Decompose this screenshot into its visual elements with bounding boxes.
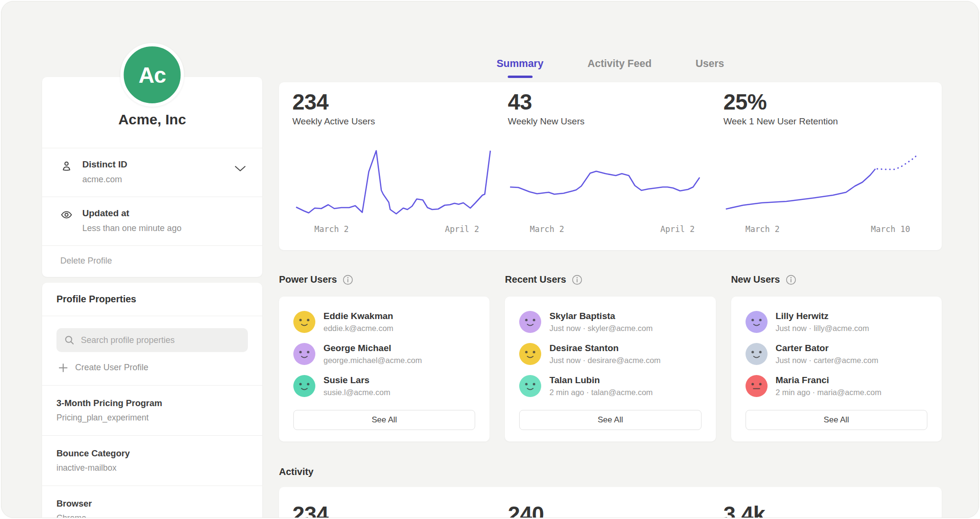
property-row[interactable]: Browser Chrome bbox=[42, 486, 262, 518]
weekly-active-users-chart bbox=[292, 144, 497, 218]
profile-summary-card: Acme, Inc Distinct ID acme.com bbox=[42, 77, 262, 277]
plus-icon bbox=[58, 363, 68, 373]
main-content: Summary Activity Feed Users 234 Weekly A… bbox=[279, 1, 942, 518]
user-detail: eddie.k@acme.com bbox=[323, 324, 393, 333]
list-item[interactable]: Maria Franci 2 min ago · maria@acme.com bbox=[746, 375, 927, 397]
activity-stat-value: 234 bbox=[292, 501, 497, 518]
list-item[interactable]: Desirae Stanton Just now · desirare@acme… bbox=[519, 343, 701, 365]
user-name: Susie Lars bbox=[323, 375, 390, 386]
user-sections: Power Users Eddie Kwakman bbox=[279, 274, 942, 442]
user-name: Carter Bator bbox=[776, 343, 879, 353]
user-name: Maria Franci bbox=[776, 375, 881, 386]
power-users-card: Eddie Kwakman eddie.k@acme.com George Mi… bbox=[279, 297, 490, 442]
property-value: Chrome bbox=[56, 513, 248, 518]
user-avatar bbox=[293, 343, 315, 365]
user-detail: Just now · desirare@acme.com bbox=[549, 356, 660, 365]
see-all-button[interactable]: See All bbox=[746, 410, 927, 430]
stat-label: Week 1 New User Retention bbox=[724, 116, 928, 127]
stat-weekly-new-users: 43 Weekly New Users March 2 April 2 bbox=[508, 92, 713, 236]
x-axis-label-start: March 2 bbox=[746, 224, 780, 236]
tab-activity-feed[interactable]: Activity Feed bbox=[588, 58, 652, 78]
x-axis-label-start: March 2 bbox=[314, 224, 349, 236]
info-icon[interactable] bbox=[343, 275, 353, 285]
section-title: New Users bbox=[731, 274, 780, 285]
user-detail: 2 min ago · maria@acme.com bbox=[776, 388, 881, 397]
stat-value: 43 bbox=[508, 92, 713, 112]
property-name: Bounce Category bbox=[56, 448, 248, 459]
user-avatar bbox=[746, 311, 768, 333]
new-users-card: Lilly Herwitz Just now · lilly@acme.com … bbox=[731, 297, 942, 442]
property-value: Pricing_plan_experiment bbox=[56, 413, 248, 423]
property-name: 3-Month Pricing Program bbox=[56, 398, 248, 409]
search-input[interactable] bbox=[80, 335, 240, 346]
section-power-users: Power Users Eddie Kwakman bbox=[279, 274, 490, 442]
x-axis-label-end: April 2 bbox=[445, 224, 479, 236]
see-all-button[interactable]: See All bbox=[293, 410, 475, 430]
activity-stat-value: 3.4k bbox=[724, 501, 928, 518]
app-window: Ac Acme, Inc Distinct ID acme.com bbox=[1, 1, 979, 518]
property-row[interactable]: 3-Month Pricing Program Pricing_plan_exp… bbox=[42, 385, 262, 435]
section-recent-users: Recent Users Skylar Baptista bbox=[505, 274, 715, 442]
avatar: Ac bbox=[121, 43, 184, 107]
create-user-profile-button[interactable]: Create User Profile bbox=[56, 352, 248, 375]
info-icon[interactable] bbox=[572, 275, 582, 285]
stat-week1-retention: 25% Week 1 New User Retention March 2 Ma… bbox=[724, 92, 928, 236]
updated-at-value: Less than one minute ago bbox=[82, 223, 181, 233]
stat-value: 234 bbox=[292, 92, 497, 112]
distinct-id-value: acme.com bbox=[82, 175, 127, 185]
company-avatar: Ac bbox=[121, 43, 184, 107]
stats-card: 234 Weekly Active Users March 2 April 2 … bbox=[279, 82, 942, 250]
activity-stat-value: 240 bbox=[508, 501, 713, 518]
list-item[interactable]: Skylar Baptista Just now · skyler@acme.c… bbox=[519, 311, 701, 333]
user-avatar bbox=[519, 343, 541, 365]
user-name: Lilly Herwitz bbox=[776, 311, 869, 321]
property-row[interactable]: Bounce Category inactive-mailbox bbox=[42, 435, 262, 486]
see-all-button[interactable]: See All bbox=[519, 410, 701, 430]
list-item[interactable]: Eddie Kwakman eddie.k@acme.com bbox=[293, 311, 475, 333]
profile-properties-card: Profile Properties bbox=[42, 283, 262, 518]
list-item[interactable]: Lilly Herwitz Just now · lilly@acme.com bbox=[746, 311, 927, 333]
activity-section-title: Activity bbox=[279, 466, 942, 477]
user-name: Eddie Kwakman bbox=[323, 311, 393, 321]
user-name: George Michael bbox=[323, 343, 422, 353]
user-avatar bbox=[293, 375, 315, 397]
user-avatar bbox=[746, 375, 768, 397]
tab-summary[interactable]: Summary bbox=[497, 58, 544, 78]
stat-value: 25% bbox=[724, 92, 928, 112]
list-item[interactable]: George Michael george.michael@acme.com bbox=[293, 343, 475, 365]
list-item[interactable]: Talan Lubin 2 min ago · talan@acme.com bbox=[519, 375, 701, 397]
x-axis-label-end: March 10 bbox=[871, 224, 910, 236]
week1-retention-chart bbox=[724, 144, 928, 218]
create-user-profile-label: Create User Profile bbox=[75, 363, 148, 373]
user-detail: george.michael@acme.com bbox=[323, 356, 422, 365]
section-title: Power Users bbox=[279, 274, 337, 285]
user-detail: susie.l@acme.com bbox=[323, 388, 390, 397]
stat-label: Weekly Active Users bbox=[292, 116, 497, 127]
x-axis-label-start: March 2 bbox=[530, 224, 564, 236]
user-detail: Just now · skyler@acme.com bbox=[549, 324, 653, 333]
distinct-id-label: Distinct ID bbox=[82, 159, 127, 170]
field-distinct-id: Distinct ID acme.com bbox=[42, 148, 262, 197]
eye-icon bbox=[60, 208, 74, 233]
delete-profile-button[interactable]: Delete Profile bbox=[42, 245, 262, 277]
user-avatar bbox=[519, 311, 541, 333]
user-avatar bbox=[746, 343, 768, 365]
user-detail: Just now · lilly@acme.com bbox=[776, 324, 869, 333]
user-avatar bbox=[519, 375, 541, 397]
property-name: Browser bbox=[56, 498, 248, 509]
section-new-users: New Users Lilly Herwitz bbox=[731, 274, 942, 442]
chevron-down-icon[interactable] bbox=[234, 166, 246, 172]
user-name: Desirae Stanton bbox=[549, 343, 660, 353]
search-icon bbox=[64, 335, 75, 345]
info-icon[interactable] bbox=[786, 275, 796, 285]
activity-card: 234 240 3.4k bbox=[279, 487, 942, 518]
updated-at-label: Updated at bbox=[82, 208, 181, 219]
user-avatar bbox=[293, 311, 315, 333]
list-item[interactable]: Susie Lars susie.l@acme.com bbox=[293, 375, 475, 397]
tab-users[interactable]: Users bbox=[696, 58, 724, 78]
company-avatar-initials: Ac bbox=[139, 62, 166, 88]
stat-label: Weekly New Users bbox=[508, 116, 713, 127]
x-axis-label-end: April 2 bbox=[660, 224, 695, 236]
list-item[interactable]: Carter Bator Just now · carter@acme.com bbox=[746, 343, 927, 365]
recent-users-card: Skylar Baptista Just now · skyler@acme.c… bbox=[505, 297, 715, 442]
